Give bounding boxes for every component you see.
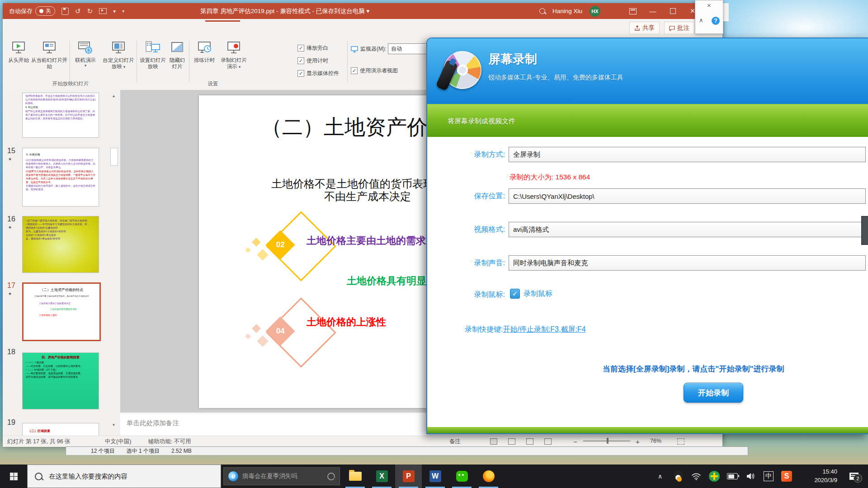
save-path-input[interactable]: C:\Users\QYanXlj\Desktop\ xyxy=(509,188,866,204)
record-mouse-checkbox[interactable]: ✓ 录制鼠标 xyxy=(510,289,552,299)
maximize-button[interactable] xyxy=(663,3,683,19)
explorer-selected: 选中 1 个项目 xyxy=(127,447,160,455)
notes-placeholder: 单击此处添加备注 xyxy=(127,419,179,427)
presenter-view-label: 使用演示者视图 xyxy=(360,67,398,75)
use-timings-checkbox[interactable]: ✓ 使用计时 xyxy=(297,57,328,65)
search-icon[interactable] xyxy=(539,8,545,14)
taskbar-excel[interactable]: X xyxy=(368,465,395,488)
scrollbar-thumb[interactable] xyxy=(110,148,118,166)
avatar[interactable]: HX xyxy=(590,6,600,17)
explorer-items-count: 12 个项目 xyxy=(91,447,115,455)
start-record-button[interactable]: 开始录制 xyxy=(684,383,743,403)
dialog-scrollbar[interactable] xyxy=(861,216,868,245)
slide-thumbnail-19[interactable]: （二）区域因素 xyxy=(22,423,99,436)
normal-view-icon[interactable] xyxy=(490,438,497,445)
slide-thumbnail-15[interactable]: 5. 出租价格 (1)土地使用者之间所形成的租金价格。土地使用者将获得的土地使用… xyxy=(22,148,99,206)
zoom-in-button[interactable]: + xyxy=(636,438,640,446)
slide-sorter-view-icon[interactable] xyxy=(508,438,515,445)
undo-icon[interactable]: ↺ xyxy=(75,8,81,14)
monitor-label: 监视器(M): xyxy=(360,45,386,53)
tray-qq[interactable] xyxy=(670,465,687,488)
scroll-up-button[interactable]: ▲ xyxy=(110,93,118,100)
action-center[interactable]: 2 xyxy=(844,465,864,488)
explorer-size: 2.52 MB xyxy=(171,448,192,454)
tray-wifi[interactable] xyxy=(688,465,705,488)
explorer-status-sliver: 12 个项目 选中 1 个项目 2.52 MB xyxy=(66,446,748,455)
taskbar-file-explorer[interactable] xyxy=(342,465,368,488)
fit-slide-icon[interactable] xyxy=(677,438,684,445)
thumb15-body3: 在我国当前的土地市场中，除上述地价外，还有土地交易成交价格、抵押价格等。 xyxy=(23,184,99,192)
accessibility-status[interactable]: 辅助功能: 不可用 xyxy=(148,438,191,446)
presenter-view-checkbox[interactable]: ✓ 使用演示者视图 xyxy=(351,67,398,75)
reading-view-icon[interactable] xyxy=(526,438,533,445)
video-format-value: avi高清格式 xyxy=(513,225,549,234)
language-status[interactable]: 中文(中国) xyxy=(105,438,131,446)
custom-slideshow-button[interactable]: 自定义幻灯片放映 ▾ xyxy=(101,41,136,70)
save-icon[interactable] xyxy=(61,8,69,15)
autosave-toggle[interactable]: 自动保存 关 xyxy=(9,6,55,16)
mini-close-button[interactable]: × xyxy=(695,1,723,9)
slide-thumbnail-14[interactable]: 低控制价格标准。它也是土地使用权出让时政府首先出示的拟出让土地或地块的最低地价(… xyxy=(22,93,99,138)
taskbar-word[interactable]: W xyxy=(422,465,448,488)
from-current-slide-button[interactable]: 从当前幻灯片开始 xyxy=(31,41,68,70)
notes-toggle[interactable]: 备注 xyxy=(449,438,461,446)
rehearse-timings-button[interactable]: 排练计时 xyxy=(192,41,217,63)
user-name[interactable]: Haning Xiu xyxy=(552,8,582,14)
slideshow-icon[interactable] xyxy=(99,8,107,14)
tray-pc-manager[interactable] xyxy=(706,465,723,488)
scroll-down-button[interactable]: ▼ xyxy=(110,422,118,429)
ime-indicator: 中 xyxy=(764,471,774,481)
setup-slideshow-button[interactable]: 设置幻灯片放映 xyxy=(139,41,167,70)
comments-button[interactable]: 批注 xyxy=(664,22,694,34)
zoom-slider-thumb[interactable] xyxy=(607,438,609,444)
zoom-out-button[interactable]: − xyxy=(573,438,577,446)
taskbar-search-box[interactable]: 在这里输入你要搜索的内容 xyxy=(27,465,221,488)
tray-battery[interactable] xyxy=(724,465,741,488)
tray-ime[interactable]: 中 xyxy=(760,465,777,488)
from-current-slide-label: 从当前幻灯片开始 xyxy=(31,57,68,69)
minimize-button[interactable]: — xyxy=(643,3,663,19)
window-title: 第四章 房地产评估2019.ppt - 兼容性模式 - 已保存到这台电脑 ▾ xyxy=(200,7,369,15)
share-button[interactable]: 共享 xyxy=(629,22,660,34)
slideshow-view-icon[interactable] xyxy=(544,438,552,445)
taskbar-powerpoint-active[interactable]: P xyxy=(395,465,422,488)
touch-mode-icon[interactable]: ▾ xyxy=(113,9,116,14)
hide-slide-button[interactable]: 隐藏幻灯片 xyxy=(168,41,186,70)
toggle-knob-icon xyxy=(39,9,43,13)
mode-select[interactable]: 全屏录制 xyxy=(509,147,866,162)
hotkey-label: 录制快捷键: xyxy=(465,325,503,333)
diamond-decor xyxy=(245,333,251,339)
qq-icon xyxy=(673,470,683,482)
hotkey-link[interactable]: 开始/停止录制:F3,截屏:F4 xyxy=(503,325,585,333)
taskbar-firefox[interactable] xyxy=(475,465,502,488)
tray-sogou[interactable]: S xyxy=(778,465,795,488)
audio-source-select[interactable]: 同时录制电脑声音和麦克 xyxy=(509,255,866,271)
taskbar-clock[interactable]: 15:40 2020/3/9 xyxy=(814,465,840,488)
play-narrations-checkbox[interactable]: ✓ 播放旁白 xyxy=(297,44,328,52)
record-mouse-check-label: 录制鼠标 xyxy=(524,289,552,299)
taskbar-wechat[interactable] xyxy=(448,465,475,488)
mini-expand-button[interactable]: ∧ xyxy=(699,17,703,23)
slide-thumbnail-16[interactable]: • 前三种属一级市场土地价格，其余属二级市场土地价格。 • 楼面地价——平均到每… xyxy=(22,216,99,273)
zoom-level[interactable]: 76% xyxy=(650,438,661,444)
show-media-controls-checkbox[interactable]: ✓ 显示媒体控件 xyxy=(297,70,339,77)
thumb15-body2: (2)国家与土地使用者之间形成的租金价格。这种价格在我国土地使用中最为普遍的表现… xyxy=(23,169,99,184)
mini-help-button[interactable]: ? xyxy=(712,17,720,25)
present-online-button[interactable]: 联机演示 ▾ xyxy=(72,41,99,69)
video-format-select[interactable]: avi高清格式 xyxy=(509,222,866,237)
ribbon-display-options-button[interactable] xyxy=(623,3,643,19)
slide-thumbnail-17-selected[interactable]: （二）土地资产价格的特点 土地价格不是土地价值的货币表现，其价格不由生产成本决定… xyxy=(22,282,101,341)
thumb17-line1: 土地价格不是土地价值的货币表现，其价格不由生产成本决定 xyxy=(24,292,99,298)
from-beginning-button[interactable]: 从头开始 xyxy=(6,41,31,63)
slide-thumbnail-18[interactable]: 四、房地产价格的影响因素 •（一）一般因素 ——经济因素、社会因素、行政因素和心… xyxy=(22,352,99,409)
autosave-label: 自动保存 xyxy=(9,7,33,15)
save-path-value: C:\Users\QYanXlj\Desktop\ xyxy=(513,192,594,200)
qat-customize-icon[interactable]: ▾ xyxy=(122,9,124,14)
mouse-label: 录制鼠标: xyxy=(461,290,505,300)
record-slideshow-button[interactable]: 录制幻灯片演示 ▾ xyxy=(219,41,249,70)
tray-volume[interactable] xyxy=(742,465,759,488)
redo-icon[interactable]: ↻ xyxy=(87,8,93,14)
start-button[interactable] xyxy=(0,465,27,488)
news-widget[interactable]: e 病毒会在夏季消失吗 xyxy=(223,467,340,485)
tray-show-hidden-icons[interactable]: ∧ xyxy=(652,465,668,488)
